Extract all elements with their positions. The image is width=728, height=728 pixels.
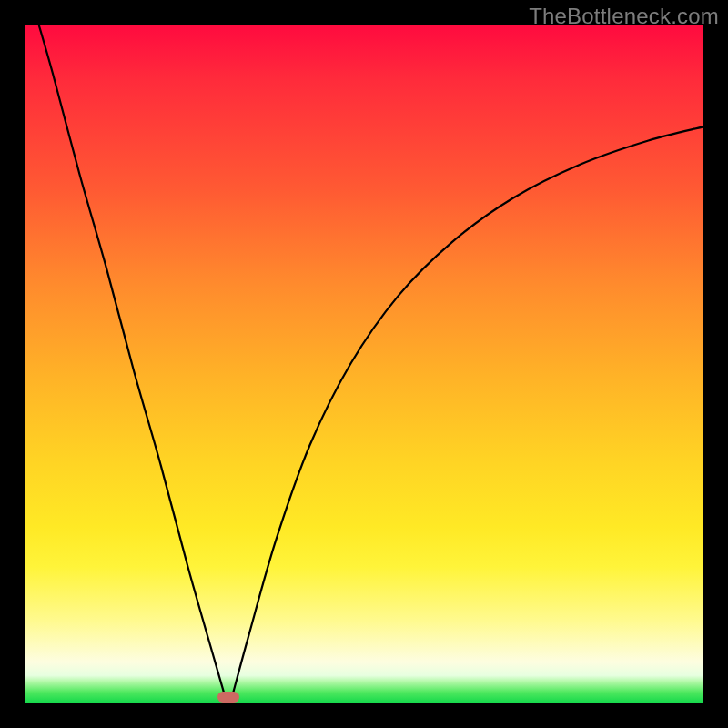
curve-right-branch bbox=[232, 127, 703, 697]
curve-left-branch bbox=[39, 25, 226, 697]
bottleneck-curve bbox=[25, 25, 703, 703]
outer-frame: TheBottleneck.com bbox=[0, 0, 728, 728]
minimum-marker bbox=[217, 692, 239, 703]
plot-area bbox=[25, 25, 703, 703]
